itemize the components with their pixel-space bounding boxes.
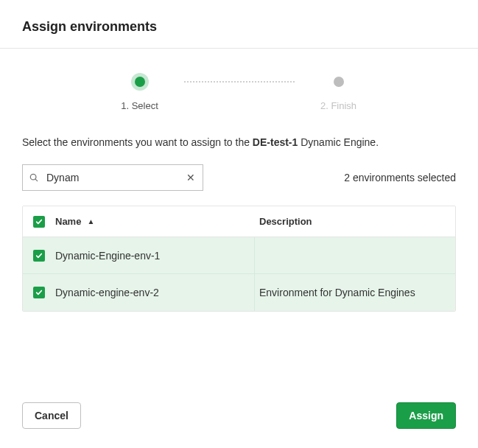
column-header-name[interactable]: Name ▲ xyxy=(55,216,254,227)
step-finish: 2. Finish xyxy=(295,77,383,111)
table-row[interactable]: Dynamic-Engine-env-1 xyxy=(23,237,455,274)
table-row[interactable]: Dynamic-engine-env-2 Environment for Dyn… xyxy=(23,274,455,311)
row-description: Environment for Dynamic Engines xyxy=(254,274,455,311)
table-header: Name ▲ Description xyxy=(23,206,455,237)
clear-search-icon[interactable]: ✕ xyxy=(185,172,197,183)
step-dot-icon xyxy=(135,77,145,87)
row-description xyxy=(254,237,455,273)
step-label: 1. Select xyxy=(121,100,158,111)
svg-line-1 xyxy=(35,179,38,181)
step-label: 2. Finish xyxy=(320,100,356,111)
search-icon xyxy=(29,172,39,183)
search-box[interactable]: ✕ xyxy=(22,164,203,191)
row-checkbox[interactable] xyxy=(33,287,45,298)
column-header-description[interactable]: Description xyxy=(254,216,455,227)
environments-table: Name ▲ Description Dynamic-Engine-env-1 xyxy=(22,206,456,312)
instruction-text: Select the environments you want to assi… xyxy=(22,136,456,148)
dialog-header: Assign environments xyxy=(0,0,478,49)
dialog-footer: Cancel Assign xyxy=(0,391,478,448)
selection-count: 2 environments selected xyxy=(344,172,456,183)
stepper: 1. Select 2. Finish xyxy=(0,49,478,119)
step-select: 1. Select xyxy=(96,77,184,111)
cancel-button[interactable]: Cancel xyxy=(22,402,81,429)
select-all-checkbox[interactable] xyxy=(33,216,45,228)
engine-name: DE-test-1 xyxy=(253,136,298,148)
dialog-title: Assign environments xyxy=(22,19,456,35)
assign-button[interactable]: Assign xyxy=(396,402,456,429)
row-checkbox[interactable] xyxy=(33,250,45,262)
row-name: Dynamic-engine-env-2 xyxy=(55,287,254,298)
step-dot-icon xyxy=(334,77,344,87)
row-name: Dynamic-Engine-env-1 xyxy=(55,250,254,262)
step-connector xyxy=(184,81,295,83)
search-input[interactable] xyxy=(45,171,179,184)
sort-asc-icon: ▲ xyxy=(87,217,94,225)
